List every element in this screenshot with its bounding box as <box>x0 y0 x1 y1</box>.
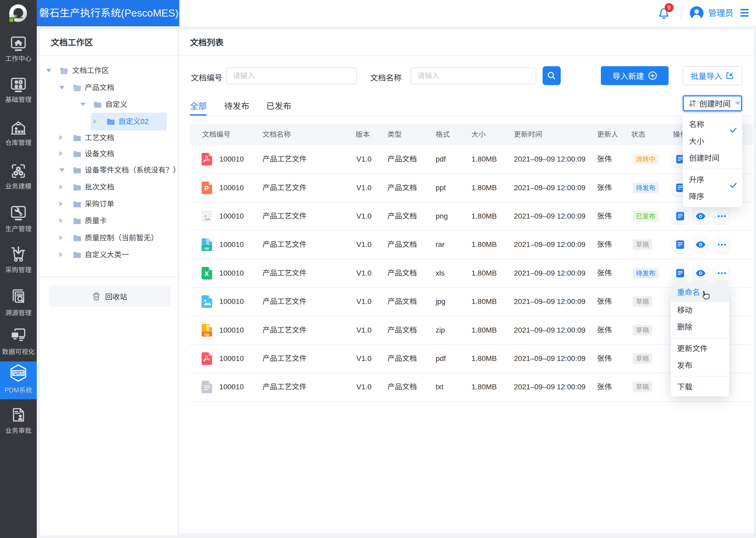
svg-text:zip: zip <box>204 332 210 336</box>
svg-text:PDM: PDM <box>13 371 24 376</box>
svg-text:P: P <box>205 185 209 192</box>
svg-text:X: X <box>205 270 209 278</box>
svg-text:rar: rar <box>204 246 210 250</box>
